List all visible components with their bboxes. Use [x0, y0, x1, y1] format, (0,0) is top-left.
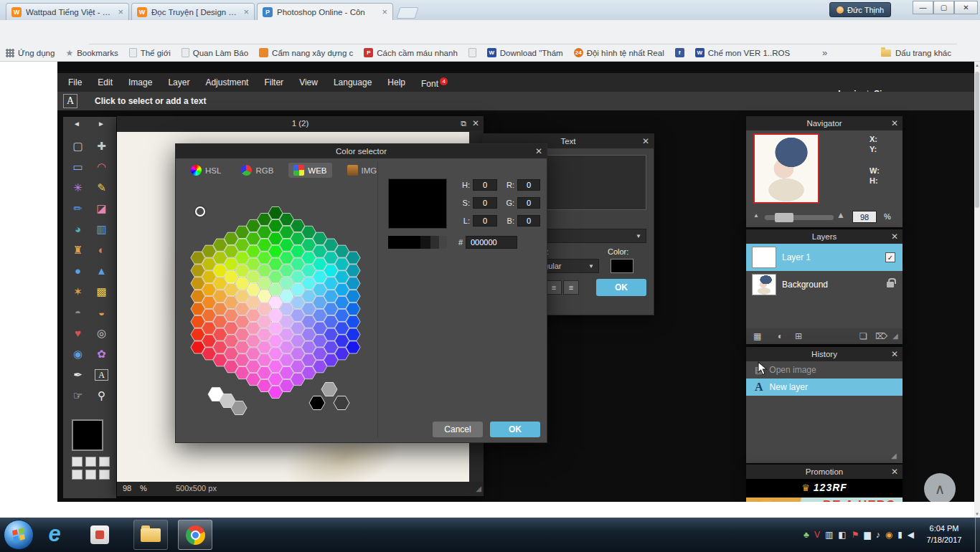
layer-mask-icon[interactable]: ◐: [778, 331, 783, 341]
navigator-close-icon[interactable]: ✕: [891, 116, 898, 130]
taskbar-ie-icon[interactable]: e: [42, 520, 67, 548]
resize-grip-icon[interactable]: ◢: [476, 485, 481, 492]
b-input[interactable]: [517, 215, 540, 227]
taskbar-chrome-button[interactable]: [178, 520, 212, 550]
hex-color-swatch[interactable]: [346, 328, 360, 341]
menu-language[interactable]: Language: [326, 73, 380, 92]
taskbar-app-icon[interactable]: [90, 525, 109, 544]
shade-hex-swatch[interactable]: [334, 396, 349, 410]
hex-color-swatch[interactable]: [346, 265, 360, 277]
menu-layer[interactable]: Layer: [160, 73, 197, 92]
g-input[interactable]: [517, 197, 540, 209]
tools-prev-arrow[interactable]: ◄: [73, 120, 80, 128]
tray-icon-battery[interactable]: ▮: [897, 530, 903, 539]
recent-color-strip[interactable]: [388, 236, 447, 249]
tool-type[interactable]: A: [95, 369, 108, 381]
l-input[interactable]: [473, 215, 497, 227]
color-picker-ring[interactable]: [195, 206, 205, 216]
delete-layer-icon[interactable]: ⌦: [875, 331, 887, 341]
history-item-new-layer[interactable]: A New layer: [746, 379, 903, 396]
shade-hex-swatch[interactable]: [321, 383, 337, 396]
text-dialog-close-icon[interactable]: ✕: [642, 134, 649, 148]
document-close-icon[interactable]: ✕: [472, 116, 479, 130]
s-input[interactable]: [473, 197, 497, 209]
menu-edit[interactable]: Edit: [90, 73, 121, 92]
tool-liquify[interactable]: ✿: [97, 348, 106, 359]
tool-crop[interactable]: ▢: [72, 141, 83, 151]
navigator-zoom-input[interactable]: [852, 211, 877, 223]
show-desktop-button[interactable]: [975, 518, 980, 552]
promotion-title-bar[interactable]: Promotion ✕: [746, 465, 903, 479]
bookmark-item[interactable]: WDownload "Thám: [487, 48, 563, 57]
history-item-open-image[interactable]: ▤ Open image: [746, 361, 903, 379]
tool-color-replace[interactable]: ◐: [98, 244, 105, 255]
navigator-thumbnail[interactable]: [753, 133, 819, 204]
swatch-grid-cell[interactable]: [99, 457, 110, 467]
document-title-bar[interactable]: 1 (2) ⧉ ✕: [117, 116, 484, 130]
tray-icon-display[interactable]: ◧: [838, 530, 846, 539]
tool-blur[interactable]: ●: [75, 265, 81, 276]
new-layer-icon[interactable]: ❏: [859, 331, 867, 341]
menu-font[interactable]: Font4: [413, 72, 456, 93]
taskbar-explorer-button[interactable]: [133, 520, 168, 550]
tool-heal[interactable]: ♥: [75, 328, 81, 338]
layer-row-background[interactable]: Background: [746, 271, 903, 298]
start-button[interactable]: [4, 520, 34, 550]
history-title-bar[interactable]: History ✕: [746, 347, 903, 361]
promo-brand[interactable]: ♛ 123RF: [746, 479, 903, 496]
tool-marquee[interactable]: ▭: [72, 161, 83, 172]
zoom-value[interactable]: 98: [123, 484, 131, 492]
tool-hand[interactable]: ☞: [73, 390, 83, 401]
other-bookmarks-button[interactable]: Dấu trang khác: [881, 44, 951, 61]
tool-brush[interactable]: ✏: [73, 203, 83, 214]
promotion-close-icon[interactable]: ✕: [891, 465, 898, 479]
tool-dodge[interactable]: ◓: [75, 307, 81, 318]
taskbar-clock[interactable]: 6:04 PM 7/18/2017: [918, 523, 970, 546]
menu-file[interactable]: File: [60, 73, 90, 92]
bookmark-item[interactable]: WChế mon VER 1..ROS: [695, 48, 790, 57]
navigator-title-bar[interactable]: Navigator ✕: [746, 116, 903, 130]
window-close-button[interactable]: ✕: [954, 1, 978, 14]
scroll-down-arrow[interactable]: ▼: [974, 512, 980, 516]
align-center-button[interactable]: ≡: [546, 280, 562, 295]
ok-button[interactable]: OK: [490, 422, 540, 437]
swatch-grid-cell[interactable]: [72, 470, 83, 480]
tray-icon-unikey[interactable]: V: [814, 530, 820, 539]
align-right-button[interactable]: ≡: [563, 280, 579, 295]
tool-pencil[interactable]: ✎: [97, 182, 106, 193]
color-dialog-close-icon[interactable]: ✕: [535, 144, 542, 158]
tray-icon-chart[interactable]: ▥: [825, 530, 833, 539]
page-scrollbar[interactable]: ▲ ▼: [974, 62, 980, 518]
layer-row-layer1[interactable]: Layer 1 ✓: [746, 244, 903, 271]
browser-tab[interactable]: WĐọc Truyện [ Design Tea×: [131, 3, 255, 20]
tray-icon-music[interactable]: ♪: [876, 530, 880, 539]
tray-icon-network[interactable]: ▆: [864, 530, 870, 539]
hex-color-swatch[interactable]: [346, 290, 360, 303]
scroll-up-arrow[interactable]: ▲: [974, 63, 980, 67]
tool-eraser[interactable]: ◪: [96, 203, 106, 214]
tray-icon-volume[interactable]: ◀: [908, 530, 914, 539]
swatch-grid-cell[interactable]: [72, 457, 83, 467]
bookmark-item[interactable]: [468, 48, 476, 57]
adjustment-icon[interactable]: ⊞: [795, 331, 802, 341]
zoom-out-mountain-icon[interactable]: ▲: [753, 212, 759, 219]
tool-stamp[interactable]: ♜: [73, 244, 83, 255]
menu-filter[interactable]: Filter: [256, 73, 291, 92]
swatch-grid-cell[interactable]: [85, 470, 96, 480]
tool-pen[interactable]: ✒: [73, 369, 83, 380]
promo-banner[interactable]: BE A HERO: [746, 498, 903, 502]
bookmarks-overflow-chevron[interactable]: »: [822, 47, 827, 58]
shade-hex-swatch[interactable]: [309, 396, 325, 410]
tool-sponge[interactable]: ▩: [96, 286, 106, 297]
swatch-grid-cell[interactable]: [85, 457, 96, 467]
layers-title-bar[interactable]: Layers ✕: [746, 229, 903, 244]
tool-smudge[interactable]: ✶: [73, 286, 83, 297]
history-close-icon[interactable]: ✕: [891, 347, 898, 361]
cancel-button[interactable]: Cancel: [433, 422, 483, 437]
scrollbar-thumb[interactable]: [975, 72, 979, 208]
layers-close-icon[interactable]: ✕: [891, 229, 898, 244]
browser-tab[interactable]: WWattpad Tiếng Việt - Tru×: [6, 3, 129, 20]
foreground-color-swatch[interactable]: [72, 419, 103, 451]
bookmark-item[interactable]: f: [675, 48, 684, 57]
zoom-slider-handle[interactable]: [775, 213, 793, 222]
